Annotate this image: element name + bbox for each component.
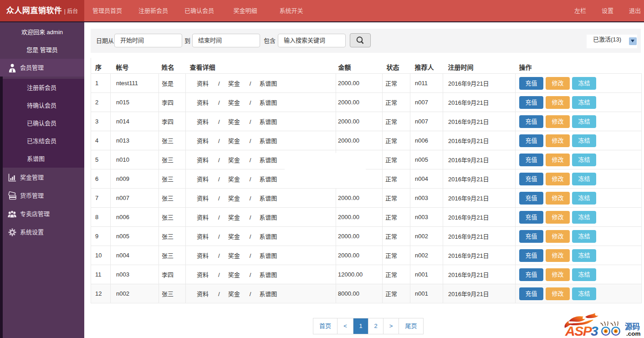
- svg-text:3: 3: [591, 323, 598, 338]
- svg-text:源码: 源码: [625, 322, 640, 331]
- svg-text:.com: .com: [626, 330, 641, 337]
- svg-text:ASP: ASP: [565, 323, 593, 338]
